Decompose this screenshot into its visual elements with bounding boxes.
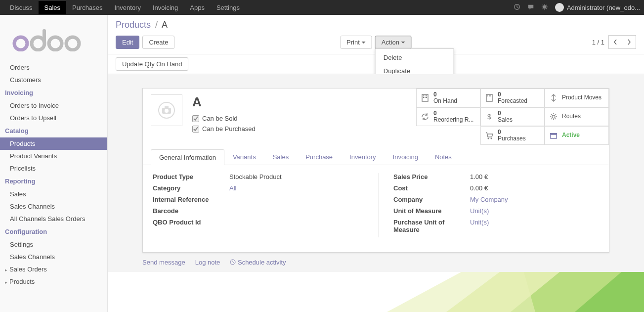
nav-sales[interactable]: Sales bbox=[39, 1, 67, 14]
svg-rect-16 bbox=[423, 95, 424, 96]
sidebar-item-orders-to-invoice[interactable]: Orders to Invoice bbox=[0, 99, 107, 112]
purchase-uom-label: Purchase Unit of Measure bbox=[393, 219, 470, 233]
activity-icon[interactable] bbox=[514, 3, 520, 12]
tab-notes[interactable]: Notes bbox=[427, 149, 460, 165]
stat-reordering[interactable]: 0Reordering R... bbox=[416, 107, 480, 126]
stat-active[interactable]: Active bbox=[545, 126, 609, 145]
sidebar-item-sales-channels-config[interactable]: Sales Channels bbox=[0, 251, 107, 263]
sidebar-item-product-variants[interactable]: Product Variants bbox=[0, 150, 107, 162]
stat-on-hand[interactable]: 0On Hand bbox=[416, 89, 480, 107]
svg-rect-18 bbox=[426, 95, 427, 96]
svg-rect-21 bbox=[426, 97, 427, 98]
tab-general-information[interactable]: General Information bbox=[151, 149, 224, 165]
cart-icon bbox=[485, 131, 494, 140]
company-value[interactable]: My Company bbox=[470, 196, 599, 203]
svg-text:$: $ bbox=[487, 113, 491, 121]
pager-prev-button[interactable] bbox=[608, 35, 622, 49]
sales-price-label: Sales Price bbox=[393, 173, 470, 180]
sidebar: Orders Customers Invoicing Orders to Inv… bbox=[0, 15, 108, 312]
sidebar-item-sales-orders-config[interactable]: Sales Orders bbox=[0, 263, 107, 275]
nav-inventory[interactable]: Inventory bbox=[108, 1, 146, 14]
category-value[interactable]: All bbox=[229, 184, 358, 192]
svg-rect-17 bbox=[425, 95, 426, 96]
nav-settings[interactable]: Settings bbox=[211, 1, 246, 14]
nav-purchases[interactable]: Purchases bbox=[66, 1, 108, 14]
chevron-left-icon bbox=[613, 39, 617, 45]
tab-invoicing[interactable]: Invoicing bbox=[385, 149, 427, 165]
svg-point-4 bbox=[66, 37, 79, 50]
barcode-value bbox=[229, 207, 358, 215]
dollar-icon: $ bbox=[485, 112, 494, 121]
stat-product-moves[interactable]: Product Moves bbox=[545, 89, 609, 107]
edit-button[interactable]: Edit bbox=[116, 36, 139, 49]
send-message-link[interactable]: Send message bbox=[142, 259, 185, 266]
stat-sales[interactable]: $ 0Sales bbox=[480, 107, 545, 126]
sidebar-item-customers[interactable]: Customers bbox=[0, 74, 107, 86]
create-button[interactable]: Create bbox=[142, 36, 174, 49]
svg-rect-14 bbox=[165, 106, 169, 108]
sidebar-item-sales-channels-report[interactable]: Sales Channels bbox=[0, 200, 107, 213]
messages-icon[interactable] bbox=[527, 3, 534, 12]
refresh-icon bbox=[421, 112, 429, 121]
uom-value[interactable]: Unit(s) bbox=[470, 207, 599, 215]
stat-purchases[interactable]: 0Purchases bbox=[480, 126, 545, 145]
can-be-sold-label: Can be Sold bbox=[202, 115, 238, 122]
sidebar-header-catalog: Catalog bbox=[0, 124, 107, 137]
tab-inventory[interactable]: Inventory bbox=[341, 149, 384, 165]
svg-rect-19 bbox=[423, 97, 424, 98]
log-note-link[interactable]: Log note bbox=[195, 259, 220, 266]
svg-rect-24 bbox=[489, 95, 490, 96]
category-label: Category bbox=[153, 184, 229, 192]
svg-rect-20 bbox=[425, 97, 426, 98]
tab-purchase[interactable]: Purchase bbox=[297, 149, 341, 165]
barcode-label: Barcode bbox=[153, 207, 229, 215]
action-delete[interactable]: Delete bbox=[376, 51, 454, 64]
print-button[interactable]: Print bbox=[340, 36, 372, 49]
svg-point-13 bbox=[165, 109, 169, 113]
sidebar-item-settings[interactable]: Settings bbox=[0, 238, 107, 251]
arrows-icon bbox=[549, 93, 558, 102]
sidebar-item-orders[interactable]: Orders bbox=[0, 61, 107, 74]
nav-discuss[interactable]: Discuss bbox=[4, 1, 39, 14]
user-menu[interactable]: Administrator (new_odo... bbox=[555, 3, 640, 12]
breadcrumb: Products / A bbox=[116, 20, 636, 30]
tab-variants[interactable]: Variants bbox=[224, 149, 264, 165]
svg-rect-6 bbox=[43, 29, 46, 42]
nav-apps[interactable]: Apps bbox=[184, 1, 211, 14]
can-be-sold-checkbox[interactable] bbox=[192, 115, 199, 122]
nav-invoicing[interactable]: Invoicing bbox=[147, 1, 184, 14]
clock-icon bbox=[230, 259, 236, 265]
camera-icon bbox=[158, 101, 175, 119]
cost-value: 0.00 € bbox=[470, 184, 599, 192]
debug-icon[interactable] bbox=[541, 3, 548, 12]
stat-forecasted[interactable]: 0Forecasted bbox=[480, 89, 545, 107]
svg-point-1 bbox=[543, 5, 546, 8]
sidebar-item-all-channels-sales-orders[interactable]: All Channels Sales Orders bbox=[0, 213, 107, 225]
sidebar-header-invoicing: Invoicing bbox=[0, 86, 107, 99]
update-qty-button[interactable]: Update Qty On Hand bbox=[116, 57, 188, 71]
qbo-product-id-label: QBO Product Id bbox=[153, 219, 229, 226]
breadcrumb-parent[interactable]: Products bbox=[116, 20, 151, 30]
purchase-uom-value[interactable]: Unit(s) bbox=[470, 219, 599, 233]
sidebar-item-sales-report[interactable]: Sales bbox=[0, 188, 107, 200]
sidebar-item-products[interactable]: Products bbox=[0, 137, 107, 150]
schedule-activity-link[interactable]: Schedule activity bbox=[230, 259, 286, 266]
sidebar-item-pricelists[interactable]: Pricelists bbox=[0, 162, 107, 175]
pager-next-button[interactable] bbox=[622, 35, 636, 49]
tabs: General Information Variants Sales Purch… bbox=[143, 149, 609, 165]
sidebar-item-products-config[interactable]: Products bbox=[0, 275, 107, 288]
chevron-right-icon bbox=[627, 39, 631, 45]
sidebar-item-orders-to-upsell[interactable]: Orders to Upsell bbox=[0, 112, 107, 124]
internal-reference-value bbox=[229, 196, 358, 203]
svg-point-29 bbox=[491, 138, 492, 139]
stat-routes[interactable]: Routes bbox=[545, 107, 609, 126]
company-label: Company bbox=[393, 196, 470, 203]
svg-point-28 bbox=[488, 138, 489, 139]
product-image[interactable] bbox=[151, 94, 182, 126]
tab-sales[interactable]: Sales bbox=[264, 149, 298, 165]
can-be-purchased-checkbox[interactable] bbox=[192, 126, 199, 133]
action-button[interactable]: Action bbox=[375, 36, 412, 49]
uom-label: Unit of Measure bbox=[393, 207, 470, 215]
pager-text: 1 / 1 bbox=[592, 39, 604, 46]
product-type-label: Product Type bbox=[153, 173, 229, 180]
